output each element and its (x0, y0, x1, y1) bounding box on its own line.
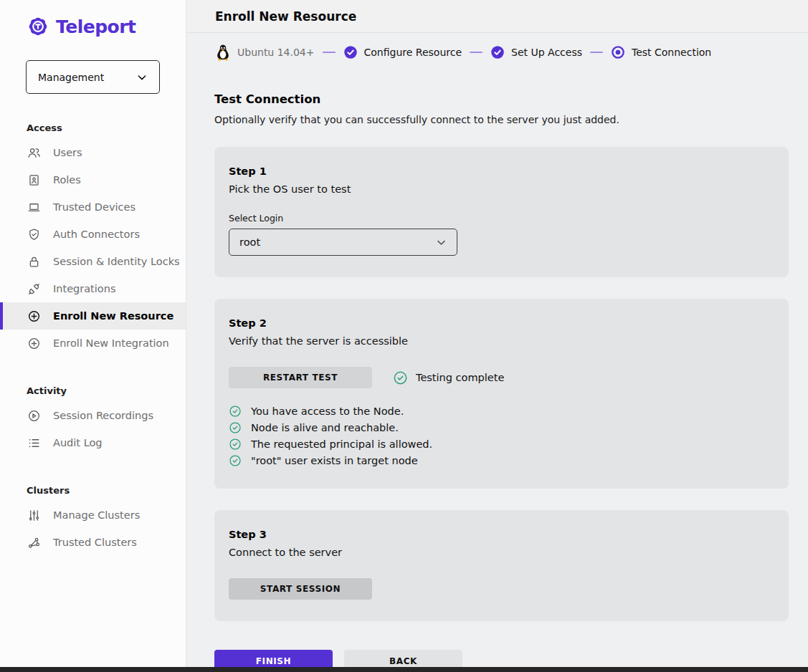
section-title-clusters: Clusters (27, 485, 186, 496)
start-session-button[interactable]: START SESSION (229, 578, 372, 600)
linux-tux-icon (215, 44, 231, 61)
sliders-icon (27, 508, 41, 522)
step3-title: Step 3 (229, 529, 774, 540)
lock-icon (27, 254, 41, 269)
test-status-row: RESTART TEST Testing complete (229, 367, 774, 388)
success-check-icon (229, 405, 242, 418)
page-title: Enroll New Resource (215, 9, 356, 24)
check-circle-icon (490, 45, 505, 59)
check-item: The requested principal is allowed. (229, 438, 774, 451)
radio-current-icon (611, 45, 625, 59)
step-set-up-access: Set Up Access (490, 45, 582, 59)
logo-text: Teleport (56, 16, 136, 37)
step1-title: Step 1 (229, 165, 774, 177)
sidebar-item-enroll-new-integration[interactable]: Enroll New Integration (0, 330, 186, 357)
content-subtitle: Optionally verify that you can successfu… (214, 114, 789, 125)
step1-box: Step 1 Pick the OS user to test Select L… (214, 147, 789, 277)
play-circle-icon (27, 408, 41, 423)
sidebar-item-roles[interactable]: Roles (0, 166, 186, 193)
progress-stepper: Ubuntu 14.04+ Configure Resource Set Up … (186, 33, 808, 67)
select-login-label: Select Login (229, 213, 774, 224)
sidebar-item-label: Session & Identity Locks (53, 256, 180, 267)
step2-box: Step 2 Verify that the server is accessi… (214, 299, 789, 489)
check-label: The requested principal is allowed. (251, 438, 432, 450)
check-circle-icon (343, 45, 358, 59)
teleport-logo: Teleport (26, 14, 186, 39)
restart-test-button[interactable]: RESTART TEST (229, 367, 372, 388)
check-item: You have access to the Node. (229, 405, 774, 418)
check-item: "root" user exists in target node (229, 454, 774, 467)
window-bottom-edge (0, 667, 808, 672)
sidebar: Teleport Management Access Users Roles T… (0, 0, 186, 672)
laptop-icon (27, 200, 41, 214)
sidebar-item-trusted-clusters[interactable]: Trusted Clusters (0, 529, 186, 556)
plug-icon (27, 282, 41, 296)
step-label: Set Up Access (511, 47, 582, 58)
workspace-select[interactable]: Management (26, 60, 160, 94)
content-title: Test Connection (214, 92, 789, 106)
sidebar-item-label: Trusted Devices (53, 201, 136, 213)
step-label: Configure Resource (364, 47, 462, 58)
step2-desc: Verify that the server is accessible (229, 335, 774, 347)
step-test-connection: Test Connection (611, 45, 711, 59)
network-icon (27, 535, 41, 549)
sidebar-item-session-recordings[interactable]: Session Recordings (0, 402, 186, 429)
section-title-activity: Activity (27, 385, 186, 396)
sidebar-item-label: Session Recordings (53, 410, 153, 421)
sidebar-item-manage-clusters[interactable]: Manage Clusters (0, 501, 186, 529)
check-label: You have access to the Node. (251, 405, 404, 417)
teleport-gear-icon (26, 14, 50, 39)
success-check-icon (229, 438, 242, 451)
login-select-value: root (239, 236, 260, 248)
login-select[interactable]: root (229, 229, 457, 256)
chevron-down-icon (436, 237, 447, 248)
sidebar-item-integrations[interactable]: Integrations (0, 275, 186, 302)
success-check-icon (229, 421, 242, 434)
plus-circle-icon (27, 309, 41, 323)
check-label: Node is alive and reachable. (251, 422, 399, 433)
sidebar-item-enroll-new-resource[interactable]: Enroll New Resource (0, 302, 186, 330)
sidebar-item-label: Enroll New Resource (53, 310, 174, 322)
stepper-connector (590, 52, 603, 54)
sidebar-item-label: Audit Log (53, 437, 103, 448)
main-area: Enroll New Resource Ubuntu 14.04+ Config… (186, 0, 808, 672)
content: Test Connection Optionally verify that y… (186, 67, 808, 621)
resource-label: Ubuntu 14.04+ (237, 47, 315, 58)
sidebar-item-label: Integrations (53, 283, 115, 294)
sidebar-item-auth-connectors[interactable]: Auth Connectors (0, 221, 186, 248)
sidebar-item-label: Roles (53, 174, 81, 186)
shield-check-icon (27, 227, 41, 241)
check-label: "root" user exists in target node (251, 455, 418, 466)
testing-complete-status: Testing complete (393, 370, 504, 385)
chevron-down-icon (136, 72, 148, 83)
step1-desc: Pick the OS user to test (229, 183, 774, 195)
sidebar-item-label: Users (53, 147, 82, 158)
start-session-row: START SESSION (229, 578, 774, 600)
check-list: You have access to the Node. Node is ali… (229, 405, 774, 467)
step-configure-resource: Configure Resource (343, 45, 462, 59)
section-title-access: Access (27, 123, 186, 133)
plus-circle-icon (27, 336, 41, 350)
sidebar-item-session-identity-locks[interactable]: Session & Identity Locks (0, 248, 186, 275)
step3-box: Step 3 Connect to the server START SESSI… (214, 510, 789, 621)
step3-desc: Connect to the server (229, 547, 774, 558)
page-header: Enroll New Resource (186, 0, 808, 33)
workspace-select-value: Management (38, 72, 104, 83)
sidebar-item-label: Enroll New Integration (53, 337, 169, 349)
sidebar-item-trusted-devices[interactable]: Trusted Devices (0, 193, 186, 221)
check-item: Node is alive and reachable. (229, 421, 774, 434)
step2-title: Step 2 (229, 317, 774, 329)
roles-icon (27, 173, 41, 187)
sidebar-item-label: Manage Clusters (53, 509, 140, 521)
stepper-connector (470, 52, 483, 54)
stepper-connector (323, 52, 336, 54)
sidebar-item-label: Auth Connectors (53, 229, 140, 240)
sidebar-item-label: Trusted Clusters (53, 537, 137, 548)
success-check-icon (393, 370, 408, 385)
sidebar-item-audit-log[interactable]: Audit Log (0, 429, 186, 456)
list-icon (27, 436, 41, 450)
sidebar-item-users[interactable]: Users (0, 139, 186, 166)
users-icon (27, 145, 41, 160)
status-label: Testing complete (416, 372, 504, 383)
success-check-icon (229, 454, 242, 467)
